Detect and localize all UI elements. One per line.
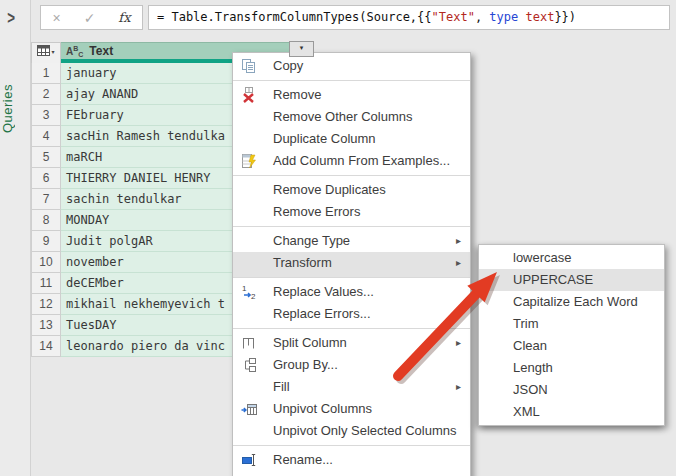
- row-number[interactable]: 9: [31, 231, 61, 252]
- column-context-menu: Copy Remove Remove Other Columns Duplica…: [232, 52, 471, 476]
- submenu-item-trim[interactable]: Trim: [479, 313, 664, 335]
- queries-pane-title: Queries: [0, 84, 28, 133]
- row-number[interactable]: 1: [31, 63, 61, 84]
- row-number[interactable]: 3: [31, 105, 61, 126]
- remove-column-icon: [241, 87, 258, 103]
- submenu-item-capitalize-each-word[interactable]: Capitalize Each Word: [479, 291, 664, 313]
- menu-item-icon: [487, 360, 504, 376]
- menu-item-duplicate-column[interactable]: Duplicate Column: [233, 128, 470, 150]
- menu-item-icon: [241, 131, 258, 147]
- formula-string-literal: "Text": [432, 10, 475, 24]
- row-number[interactable]: 11: [31, 273, 61, 294]
- menu-item-transform[interactable]: Transform ▸: [233, 252, 470, 278]
- rename-icon: [241, 452, 258, 468]
- confirm-check-icon[interactable]: ✓: [84, 11, 96, 25]
- menu-item-icon: [487, 294, 504, 310]
- menu-item-add-column-from-examples[interactable]: Add Column From Examples...: [233, 150, 470, 176]
- menu-item-label: Replace Values...: [273, 284, 374, 299]
- menu-item-icon: [241, 255, 258, 271]
- menu-item-label: Copy: [273, 58, 303, 73]
- menu-item-replace-values[interactable]: 12 Replace Values...: [233, 281, 470, 303]
- chevron-down-icon: ▾: [51, 48, 54, 55]
- submenu-arrow-icon: ▸: [456, 376, 461, 398]
- menu-item-change-type[interactable]: Change Type ▸: [233, 230, 470, 252]
- menu-item-label: Capitalize Each Word: [513, 294, 638, 309]
- menu-item-rename[interactable]: Rename...: [233, 449, 470, 471]
- fx-icon[interactable]: fx: [118, 11, 130, 24]
- menu-item-icon: [487, 316, 504, 332]
- menu-item-label: Length: [513, 360, 553, 375]
- menu-item-remove-other-columns[interactable]: Remove Other Columns: [233, 106, 470, 128]
- row-number[interactable]: 5: [31, 147, 61, 168]
- menu-item-icon: [487, 382, 504, 398]
- menu-item-icon: [487, 250, 504, 266]
- menu-item-remove-duplicates[interactable]: Remove Duplicates: [233, 179, 470, 201]
- submenu-item-uppercase[interactable]: UPPERCASE: [479, 269, 664, 291]
- expand-pane-chevron-icon[interactable]: >: [7, 6, 15, 28]
- formula-suffix: }}): [554, 10, 576, 24]
- submenu-item-lowercase[interactable]: lowercase: [479, 247, 664, 269]
- submenu-arrow-icon: ▸: [456, 332, 461, 354]
- menu-item-label: Trim: [513, 316, 539, 331]
- column-filter-button[interactable]: ▾: [289, 41, 314, 57]
- menu-item-label: Add Column From Examples...: [273, 153, 450, 168]
- split-column-icon: [241, 335, 258, 351]
- formula-type-name: text: [518, 10, 554, 24]
- unpivot-columns-icon: [241, 401, 258, 417]
- row-number[interactable]: 14: [31, 336, 61, 357]
- menu-item-label: Split Column: [273, 335, 347, 350]
- menu-item-unpivot-columns[interactable]: Unpivot Columns: [233, 398, 470, 420]
- menu-item-move[interactable]: Move ▸: [233, 471, 470, 476]
- menu-item-label: Remove Duplicates: [273, 182, 386, 197]
- submenu-arrow-icon: ▸: [456, 252, 461, 274]
- submenu-item-xml[interactable]: XML: [479, 401, 664, 423]
- menu-item-label: lowercase: [513, 250, 572, 265]
- menu-item-icon: [241, 182, 258, 198]
- row-number[interactable]: 2: [31, 84, 61, 105]
- row-number[interactable]: 10: [31, 252, 61, 273]
- menu-item-label: Remove Other Columns: [273, 109, 412, 124]
- menu-item-remove-errors[interactable]: Remove Errors: [233, 201, 470, 227]
- submenu-item-clean[interactable]: Clean: [479, 335, 664, 357]
- menu-item-label: Transform: [273, 255, 332, 270]
- menu-item-split-column[interactable]: Split Column ▸: [233, 332, 470, 354]
- cancel-icon[interactable]: ×: [52, 11, 60, 25]
- menu-item-label: Unpivot Columns: [273, 401, 372, 416]
- row-number[interactable]: 7: [31, 189, 61, 210]
- menu-item-icon: [241, 233, 258, 249]
- menu-item-label: Duplicate Column: [273, 131, 376, 146]
- menu-item-label: Fill: [273, 379, 290, 394]
- row-number[interactable]: 12: [31, 294, 61, 315]
- menu-item-remove[interactable]: Remove: [233, 84, 470, 106]
- submenu-item-json[interactable]: JSON: [479, 379, 664, 401]
- queries-pane-collapsed[interactable]: Queries: [0, 0, 31, 476]
- formula-toolbar: × ✓ fx: [40, 5, 143, 30]
- row-number[interactable]: 13: [31, 315, 61, 336]
- menu-item-copy[interactable]: Copy: [233, 55, 470, 81]
- group-by-icon: [241, 357, 258, 373]
- formula-input[interactable]: = Table.TransformColumnTypes(Source,{{"T…: [148, 5, 670, 30]
- row-number[interactable]: 6: [31, 168, 61, 189]
- formula-keyword: type: [489, 10, 518, 24]
- menu-item-group-by[interactable]: Group By...: [233, 354, 470, 376]
- add-column-from-examples-icon: [241, 153, 258, 169]
- table-menu-button[interactable]: ▾: [31, 42, 61, 59]
- menu-item-unpivot-only-selected-columns[interactable]: Unpivot Only Selected Columns: [233, 420, 470, 446]
- transform-submenu: lowercase UPPERCASE Capitalize Each Word…: [478, 244, 665, 426]
- menu-item-label: UPPERCASE: [513, 272, 593, 287]
- table-grid-icon: [37, 42, 50, 60]
- menu-item-label: Rename...: [273, 452, 333, 467]
- submenu-arrow-icon: ▸: [456, 471, 461, 476]
- menu-item-label: XML: [513, 404, 540, 419]
- menu-item-fill[interactable]: Fill ▸: [233, 376, 470, 398]
- menu-item-label: Group By...: [273, 357, 338, 372]
- svg-text:2: 2: [251, 292, 256, 300]
- submenu-item-length[interactable]: Length: [479, 357, 664, 379]
- menu-item-icon: [487, 338, 504, 354]
- row-number[interactable]: 8: [31, 210, 61, 231]
- row-number[interactable]: 4: [31, 126, 61, 147]
- svg-text:1: 1: [242, 284, 247, 293]
- menu-item-icon: [241, 204, 258, 220]
- menu-item-replace-errors[interactable]: Replace Errors...: [233, 303, 470, 329]
- menu-item-icon: [241, 109, 258, 125]
